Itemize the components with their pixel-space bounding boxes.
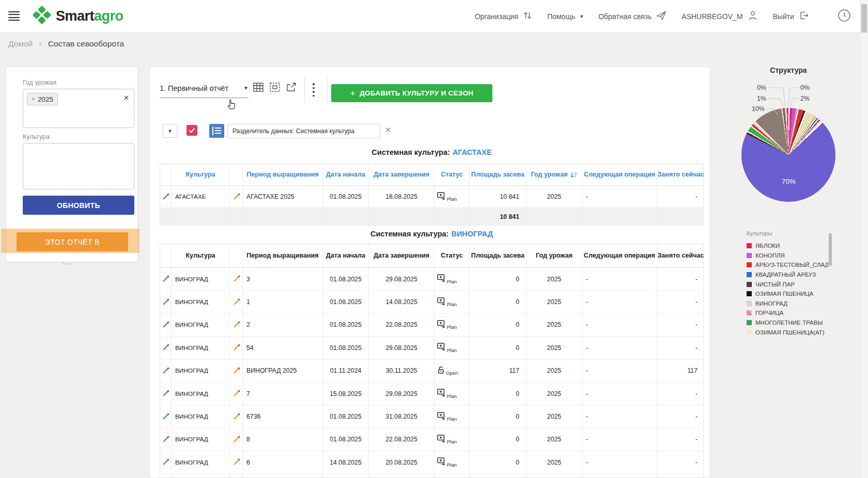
slicer-text-input[interactable]	[227, 124, 380, 138]
column-header[interactable]: Культура	[172, 164, 230, 185]
next-operation-cell: -	[582, 337, 657, 359]
column-header[interactable]: Следующая операция	[582, 164, 657, 185]
legend-item[interactable]: МНОГОЛЕТНИЕ ТРАВЫ	[747, 318, 828, 328]
edit-row-button[interactable]	[160, 268, 172, 290]
column-header[interactable]: Следующая операция	[582, 244, 657, 267]
year-filter-box[interactable]: × 2025 ✕	[23, 89, 134, 128]
edit-row-button[interactable]	[160, 291, 172, 313]
export-report-button[interactable]: ЭТОТ ОТЧЁТ В	[17, 232, 128, 251]
edit-period-button[interactable]	[230, 383, 243, 405]
column-header[interactable]: Занято сейчас	[657, 164, 704, 185]
breadcrumb-home-link[interactable]: Домой	[8, 39, 33, 49]
pie-label-0pct-right: 0%	[800, 84, 810, 91]
status-label: Plan	[447, 439, 457, 444]
slicer-close-icon[interactable]: ✕	[385, 125, 392, 135]
column-header[interactable]: Дата завершения	[369, 164, 435, 185]
refresh-button[interactable]: ОБНОВИТЬ	[23, 196, 134, 215]
panel-resize-handle[interactable]	[63, 263, 71, 265]
section-title-culture[interactable]: ВИНОГРАД	[451, 230, 493, 238]
legend-item[interactable]: ГОРЧИЦА	[747, 308, 828, 318]
slicer-checkbox[interactable]	[187, 125, 197, 136]
legend-item[interactable]: ОЗИМАЯ ПШЕНИЦА(АТ)	[747, 327, 828, 337]
edit-row-button[interactable]	[160, 405, 172, 427]
edit-period-button[interactable]	[230, 405, 243, 427]
summary-cell	[657, 208, 704, 225]
edit-period-button[interactable]	[230, 291, 243, 313]
more-options-kebab[interactable]	[309, 78, 318, 101]
table-row: АГАСТАХЕ АГАСТАХЕ 202501.08.202516.08.20…	[160, 186, 704, 208]
legend-item[interactable]: ОЗИМАЯ ПШЕНИЦА	[747, 289, 828, 299]
column-header[interactable]: Дата начала	[323, 164, 369, 185]
edit-row-button[interactable]	[160, 383, 172, 405]
edit-period-button[interactable]	[230, 337, 243, 359]
start-date-cell: 01.11.2024	[323, 360, 369, 382]
slicer-list-icon[interactable]	[209, 124, 224, 138]
column-header[interactable]: Культура	[172, 244, 230, 267]
edit-period-button[interactable]	[230, 428, 243, 451]
add-culture-season-button[interactable]: + ДОБАВИТЬ КУЛЬТУРУ И СЕЗОН	[331, 84, 492, 102]
edit-period-button[interactable]	[230, 360, 243, 382]
year-cell: 2025	[526, 428, 582, 451]
nav-help-label: Помощь	[547, 12, 575, 21]
column-header[interactable]: Период выращивания	[243, 244, 323, 267]
legend-item[interactable]: ВИНОГРАД	[747, 299, 828, 309]
nav-help[interactable]: Помощь ▼	[544, 12, 587, 21]
history-clock-button[interactable]	[834, 9, 855, 24]
summary-row: 10 841	[160, 208, 704, 226]
legend-item[interactable]: КОНОПЛЯ	[747, 251, 828, 261]
report-type-dropdown[interactable]: 1. Первичный отчёт ▼	[160, 81, 249, 98]
edit-period-button[interactable]	[230, 474, 243, 478]
nav-user[interactable]: ASHURBEGOV_M	[678, 10, 762, 23]
period-cell: 54	[243, 337, 323, 359]
end-date-cell: 29.08.2025	[369, 268, 435, 290]
culture-filter-box[interactable]	[23, 143, 134, 189]
next-operation-cell: -	[582, 383, 657, 405]
edit-row-button[interactable]	[160, 186, 172, 208]
page-scrollbar[interactable]	[860, 0, 868, 478]
legend-item[interactable]: ЧИСТЫЙ ПАР	[747, 279, 828, 289]
column-header[interactable]: Статус	[435, 164, 470, 185]
edit-row-button[interactable]	[160, 360, 172, 382]
year-chip[interactable]: × 2025	[27, 93, 58, 105]
edit-row-button[interactable]	[160, 428, 172, 451]
column-header[interactable]: Год урожая	[526, 244, 582, 267]
legend-item[interactable]: КВАДРАТНЫЙ АРБУЗ	[747, 270, 828, 280]
nav-logout[interactable]: Выйти	[769, 10, 813, 23]
fit-to-page-icon[interactable]	[270, 83, 281, 93]
year-chip-remove-icon[interactable]: ×	[32, 95, 35, 103]
legend-item[interactable]: АРБУЗ-ТЕСТОВЫЙ_СЛАДКИЙ	[747, 260, 828, 270]
nav-feedback[interactable]: Обратная связь	[595, 10, 671, 23]
culture-filter-label: Культура	[23, 133, 50, 140]
section-title-culture[interactable]: АГАСТАХЕ	[453, 148, 492, 156]
app-logo[interactable]: Smartagro	[32, 5, 123, 27]
edit-period-button[interactable]	[230, 186, 243, 208]
export-popout-icon[interactable]	[286, 83, 298, 93]
column-header[interactable]: Дата завершения	[369, 244, 435, 267]
column-header[interactable]: Дата начала	[323, 244, 369, 267]
column-header[interactable]: Статус	[435, 244, 470, 267]
legend-swatch	[747, 243, 752, 248]
year-cell	[526, 474, 582, 478]
page-scrollbar-thumb[interactable]	[861, 4, 867, 33]
edit-period-button[interactable]	[230, 314, 243, 336]
legend-scrollbar-thumb[interactable]	[829, 233, 832, 266]
column-header[interactable]: Занято сейчас	[657, 244, 704, 267]
table-view-icon[interactable]	[253, 83, 265, 93]
edit-row-button[interactable]	[160, 314, 172, 336]
slicer-dropdown-button[interactable]: ▼	[163, 124, 177, 138]
hamburger-menu-icon[interactable]	[8, 11, 20, 21]
year-clear-icon[interactable]: ✕	[123, 94, 129, 102]
edit-period-button[interactable]	[230, 268, 243, 290]
edit-row-button[interactable]	[160, 337, 172, 359]
edit-period-button[interactable]	[230, 451, 243, 473]
column-header[interactable]: Период выращивания	[243, 164, 323, 185]
edit-row-button[interactable]	[160, 474, 172, 478]
column-header[interactable]: Год урожая	[526, 164, 582, 185]
column-header[interactable]: Площадь засева	[470, 164, 526, 185]
edit-row-button[interactable]	[160, 451, 172, 473]
legend-item[interactable]: ЯБЛОКИ	[747, 241, 828, 251]
period-cell: АГАСТАХЕ 2025	[243, 186, 323, 208]
culture-cell: ВИНОГРАД	[172, 383, 230, 405]
column-header[interactable]: Площадь засева	[470, 244, 526, 267]
nav-organization[interactable]: Организация	[471, 10, 536, 22]
